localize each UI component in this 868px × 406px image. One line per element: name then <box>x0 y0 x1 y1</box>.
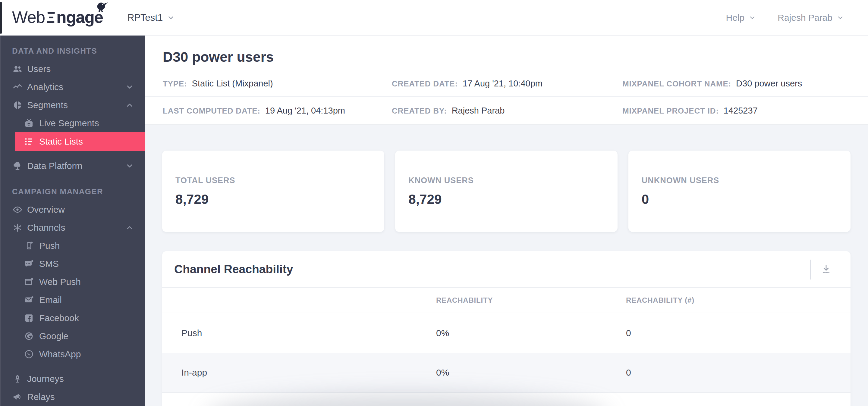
sidebar-item-static-lists[interactable]: Static Lists <box>15 132 145 151</box>
meta-mixpanel-project-id: MIXPANEL PROJECT ID: 1425237 <box>622 106 868 116</box>
cell-channel: In-app <box>181 367 436 378</box>
meta-value: 1425237 <box>724 106 758 116</box>
sms-icon <box>24 258 34 270</box>
sidebar-item-data-platform[interactable]: Data Platform <box>0 157 145 175</box>
cell-channel: Push <box>181 328 436 338</box>
project-name: RPTest1 <box>127 12 163 23</box>
webengage-app: Web ngage RPTest1 <box>0 0 868 406</box>
meta-mixpanel-cohort-name: MIXPANEL COHORT NAME: D30 power users <box>622 79 868 89</box>
sidebar-item-live-segments[interactable]: Live Segments <box>0 114 145 132</box>
sidebar-item-label: Static Lists <box>39 136 83 147</box>
chevron-down-icon[interactable] <box>125 162 134 170</box>
push-icon <box>24 240 34 252</box>
chevron-up-icon[interactable] <box>125 224 134 232</box>
journeys-icon <box>11 373 24 385</box>
column-reachability-count: REACHABILITY (#) <box>626 296 850 304</box>
panel-title: Channel Reachability <box>174 263 293 276</box>
relays-icon <box>11 391 24 403</box>
help-menu[interactable]: Help <box>726 13 756 23</box>
page-header: D30 power users TYPE: Static List (Mixpa… <box>145 36 868 125</box>
sidebar-item-users[interactable]: Users <box>0 60 145 78</box>
stat-card-unknown-users: UNKNOWN USERS 0 <box>628 150 850 232</box>
meta-value: 17 Aug '21, 10:40pm <box>463 79 542 89</box>
cell-reachability: 0% <box>436 367 626 378</box>
email-icon <box>24 294 34 306</box>
sidebar-item-label: WhatsApp <box>39 349 81 359</box>
panel-header: Channel Reachability <box>162 251 850 288</box>
sidebar-item-segments[interactable]: Segments <box>0 96 145 114</box>
table-header: REACHABILITY REACHABILITY (#) <box>162 288 850 313</box>
meta-created-by: CREATED BY: Rajesh Parab <box>392 106 622 116</box>
help-label: Help <box>726 13 745 23</box>
stat-card-known-users: KNOWN USERS 8,729 <box>395 150 617 232</box>
sidebar-item-label: Google <box>39 331 68 341</box>
sidebar-item-facebook[interactable]: Facebook <box>0 309 145 327</box>
chevron-down-icon <box>749 14 756 22</box>
sidebar-item-email[interactable]: Email <box>0 291 145 309</box>
meta-label: CREATED BY: <box>392 106 447 116</box>
sidebar-item-journeys[interactable]: Journeys <box>0 370 145 388</box>
project-selector[interactable]: RPTest1 <box>127 0 175 36</box>
webengage-logo[interactable]: Web ngage <box>12 9 103 26</box>
sidebar-item-label: SMS <box>39 259 59 269</box>
sidebar-item-label: Web Push <box>39 277 81 287</box>
bird-icon <box>93 0 112 17</box>
user-name: Rajesh Parab <box>778 13 832 23</box>
stat-value: 8,729 <box>408 192 617 207</box>
meta-type: TYPE: Static List (Mixpanel) <box>163 79 392 89</box>
chevron-down-icon[interactable] <box>125 83 134 91</box>
chevron-up-icon[interactable] <box>125 101 134 109</box>
sidebar-item-relays[interactable]: Relays <box>0 388 145 406</box>
sidebar-item-sms[interactable]: SMS <box>0 255 145 273</box>
sidebar-item-whatsapp[interactable]: WhatsApp <box>0 345 145 363</box>
stat-value: 0 <box>642 192 850 207</box>
sidebar-item-label: Overview <box>27 204 65 215</box>
analytics-icon <box>11 81 24 93</box>
meta-last-computed-date: LAST COMPUTED DATE: 19 Aug '21, 04:13pm <box>163 106 392 116</box>
sidebar-item-channels[interactable]: Channels <box>0 219 145 237</box>
sidebar-item-google[interactable]: Google <box>0 327 145 345</box>
top-bar: Web ngage RPTest1 <box>0 0 868 36</box>
logo-arrows-icon <box>46 11 56 25</box>
sidebar-item-analytics[interactable]: Analytics <box>0 78 145 96</box>
meta-value: 19 Aug '21, 04:13pm <box>265 106 345 116</box>
meta-label: MIXPANEL PROJECT ID: <box>622 106 719 116</box>
stat-cards: TOTAL USERS 8,729 KNOWN USERS 8,729 UNKN… <box>162 150 850 232</box>
download-button[interactable] <box>816 260 836 279</box>
sidebar-item-label: Email <box>39 295 62 305</box>
stat-label: TOTAL USERS <box>176 176 384 185</box>
sidebar-item-label: Analytics <box>27 82 63 92</box>
sidebar-item-label: Live Segments <box>39 118 99 128</box>
meta-label: TYPE: <box>163 79 187 89</box>
sidebar-item-overview[interactable]: Overview <box>0 201 145 219</box>
chevron-down-icon <box>837 14 844 22</box>
logo-text-web: Web <box>12 9 45 26</box>
stat-label: UNKNOWN USERS <box>642 176 850 185</box>
meta-row-1: TYPE: Static List (Mixpanel) CREATED DAT… <box>145 71 868 97</box>
top-bar-right: Help Rajesh Parab <box>726 0 844 36</box>
sidebar-item-web-push[interactable]: Web Push <box>0 273 145 291</box>
overview-icon <box>11 204 24 216</box>
sidebar-item-label: Channels <box>27 223 65 233</box>
web-push-icon <box>24 276 34 288</box>
stat-card-total-users: TOTAL USERS 8,729 <box>162 150 384 232</box>
meta-label: CREATED DATE: <box>392 79 458 89</box>
channels-icon <box>11 222 24 234</box>
sidebar-item-label: Push <box>39 241 60 251</box>
page-title: D30 power users <box>145 36 868 71</box>
sidebar-item-label: Facebook <box>39 313 79 323</box>
facebook-icon <box>24 312 34 324</box>
meta-label: MIXPANEL COHORT NAME: <box>622 79 731 89</box>
sidebar-item-label: Users <box>27 64 51 74</box>
meta-row-2: LAST COMPUTED DATE: 19 Aug '21, 04:13pm … <box>145 97 868 124</box>
chevron-down-icon <box>167 14 175 22</box>
cell-reachability-count: 0 <box>626 328 850 338</box>
user-menu[interactable]: Rajesh Parab <box>778 13 844 23</box>
left-scrollbar-thumb[interactable] <box>0 2 2 34</box>
sidebar-item-push[interactable]: Push <box>0 237 145 255</box>
meta-value: D30 power users <box>736 79 802 89</box>
section-data-and-insights: DATA AND INSIGHTS <box>0 36 145 60</box>
sidebar: DATA AND INSIGHTS Users Analytics Segmen… <box>0 36 145 406</box>
table-row: In-app 0% 0 <box>162 353 850 393</box>
static-lists-icon <box>24 136 34 147</box>
